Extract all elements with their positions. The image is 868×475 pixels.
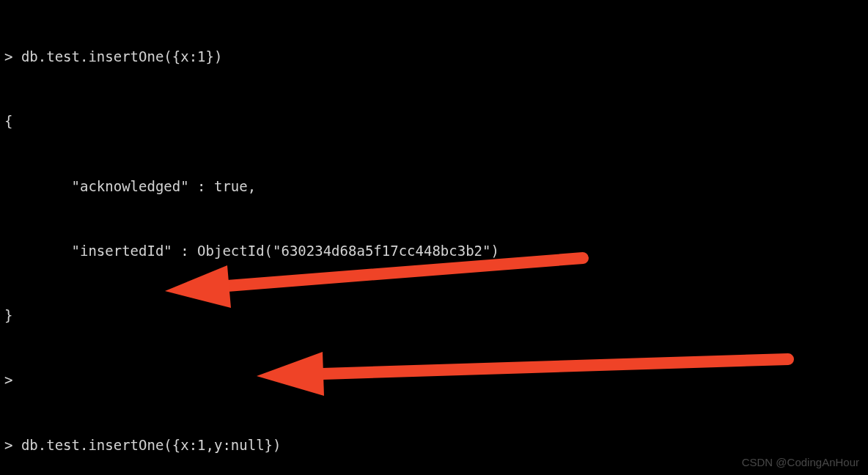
terminal-line: { [0, 111, 868, 132]
terminal-line: > db.test.insertOne({x:1}) [0, 46, 868, 67]
terminal-line: > db.test.insertOne({x:1,y:null}) [0, 435, 868, 456]
terminal-line: } [0, 305, 868, 326]
terminal-line: "insertedId" : ObjectId("630234d68a5f17c… [0, 240, 868, 262]
terminal-output[interactable]: > db.test.insertOne({x:1}) { "acknowledg… [0, 3, 868, 475]
terminal-line: "acknowledged" : true, [0, 176, 868, 197]
watermark-text: CSDN @CodingAnHour [742, 454, 859, 471]
terminal-line: > [0, 369, 868, 391]
